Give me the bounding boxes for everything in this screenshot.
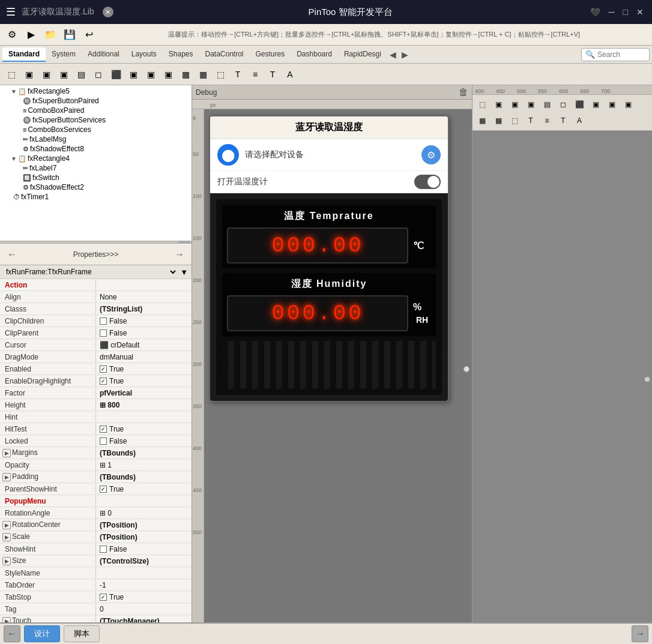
right-tb-2[interactable]: ▣	[491, 97, 506, 112]
right-tb-15[interactable]: ≡	[540, 113, 554, 128]
tree-item-fxtimer1[interactable]: ⏱ fxTimer1	[0, 192, 192, 202]
prop-value[interactable]: True	[96, 424, 192, 435]
open-button[interactable]: 📁	[42, 26, 59, 43]
canvas-area[interactable]: 9 50 100 150 200 250 300 350 400 450 500…	[192, 109, 472, 622]
right-tb-9[interactable]: ▣	[605, 97, 619, 112]
expand-icon[interactable]: ▶	[2, 557, 11, 565]
right-tb-10[interactable]: ▣	[621, 97, 635, 112]
expand-icon[interactable]: ▶	[2, 473, 11, 481]
component-selector[interactable]: fxRunFrame:TfxRunFrame	[4, 267, 178, 277]
prop-value[interactable]: False	[96, 544, 192, 555]
right-tb-4[interactable]: ▣	[524, 97, 538, 112]
tab-layouts[interactable]: Layouts	[125, 47, 163, 62]
icon-tb-10[interactable]: ▣	[160, 67, 176, 82]
expand-icon[interactable]: ▶	[2, 449, 11, 457]
tab-additional[interactable]: Additional	[82, 47, 125, 62]
icon-tb-16[interactable]: T	[265, 67, 280, 82]
tree-item-fxshadoweffect8[interactable]: ⚙ fxShadowEffect8	[0, 144, 192, 154]
right-tb-11[interactable]: ▦	[475, 113, 489, 128]
checkbox-icon[interactable]	[100, 330, 107, 337]
nav-right-arrow[interactable]: →	[171, 247, 188, 262]
tab-standard[interactable]: Standard	[2, 47, 46, 62]
icon-tb-12[interactable]: ▦	[195, 67, 211, 82]
tree-toggle[interactable]: ▼	[10, 155, 18, 162]
tab-design[interactable]: 设计	[24, 625, 60, 642]
maximize-button[interactable]: □	[621, 6, 630, 18]
close-lib-button[interactable]: ✕	[103, 7, 113, 17]
checkbox-icon[interactable]	[100, 366, 107, 373]
tree-item-fxshadoweffect2[interactable]: ⚙ fxShadowEffect2	[0, 182, 192, 192]
tab-scroll-left[interactable]: ◀	[387, 46, 399, 63]
checkbox-icon[interactable]	[100, 426, 107, 433]
nav-left-arrow[interactable]: ←	[4, 247, 20, 262]
settings-button[interactable]: ⚙	[4, 26, 20, 43]
tree-item-comboboxpaired[interactable]: ≡ ComboBoxPaired	[0, 106, 192, 115]
minimize-button[interactable]: ─	[606, 6, 617, 18]
icon-tb-7[interactable]: ⬛	[108, 67, 124, 82]
tab-gestures[interactable]: Gestures	[250, 47, 291, 62]
checkbox-icon[interactable]	[100, 594, 107, 601]
tree-item-fxsuperbuttonpaired[interactable]: 🔘 fxSuperButtonPaired	[0, 96, 192, 106]
right-tb-8[interactable]: ▣	[588, 97, 603, 112]
props-dropdown-icon[interactable]: ▼	[180, 268, 188, 277]
icon-tb-8[interactable]: ▣	[125, 67, 141, 82]
prop-value[interactable]: True	[96, 484, 192, 495]
prop-value[interactable]: True	[96, 364, 192, 375]
app-menu-icon[interactable]: ☰	[6, 5, 16, 19]
icon-tb-3[interactable]: ▣	[38, 67, 54, 82]
refresh-button[interactable]: ↩	[80, 26, 97, 43]
tree-item-fxsuperbuttonservices[interactable]: 🔘 fxSuperButtonServices	[0, 115, 192, 125]
prop-value[interactable]: False	[96, 328, 192, 339]
tree-item-fxlabel7[interactable]: ✏ fxLabel7	[0, 163, 192, 173]
save-button[interactable]: 💾	[61, 26, 78, 43]
delete-icon[interactable]: 🗑	[459, 87, 468, 98]
icon-tb-11[interactable]: ▦	[178, 67, 193, 82]
tray-icon[interactable]: 🖤	[588, 6, 603, 18]
icon-tb-5[interactable]: ▤	[73, 67, 89, 82]
checkbox-icon[interactable]	[100, 438, 107, 445]
right-tb-5[interactable]: ▤	[540, 97, 554, 112]
search-box[interactable]: 🔍	[581, 48, 650, 61]
prop-value[interactable]: True	[96, 592, 192, 603]
icon-tb-4[interactable]: ▣	[56, 67, 71, 82]
scroll-handle[interactable]	[463, 366, 469, 372]
right-tb-14[interactable]: T	[524, 113, 538, 128]
right-tb-16[interactable]: T	[556, 113, 570, 128]
checkbox-icon[interactable]	[100, 546, 107, 553]
expand-icon[interactable]: ▶	[2, 533, 11, 541]
close-window-button[interactable]: ✕	[634, 6, 646, 18]
right-tb-1[interactable]: ⬚	[475, 97, 489, 112]
icon-tb-15[interactable]: ≡	[247, 67, 263, 82]
tab-system[interactable]: System	[46, 47, 82, 62]
checkbox-icon[interactable]	[100, 317, 107, 325]
tree-toggle[interactable]: ▼	[10, 88, 18, 95]
prop-value[interactable]: False	[96, 316, 192, 327]
right-tb-17[interactable]: A	[572, 113, 587, 128]
search-input[interactable]	[597, 50, 645, 59]
right-tb-3[interactable]: ▣	[507, 97, 522, 112]
icon-tb-17[interactable]: A	[282, 67, 298, 82]
bottom-left-arrow[interactable]: ←	[4, 625, 20, 642]
tab-scroll-right[interactable]: ▶	[399, 46, 411, 63]
right-tb-12[interactable]: ▦	[491, 113, 506, 128]
tree-item-fxswitch[interactable]: 🔲 fxSwitch	[0, 173, 192, 182]
tab-script[interactable]: 脚本	[64, 625, 100, 642]
expand-icon[interactable]: ▶	[2, 521, 11, 529]
icon-tb-14[interactable]: T	[230, 67, 246, 82]
icon-tb-13[interactable]: ⬚	[213, 67, 228, 82]
bt-settings-icon[interactable]: ⚙	[421, 145, 441, 164]
tab-dashboard[interactable]: Dashboard	[291, 47, 338, 62]
right-tb-13[interactable]: ⬚	[507, 113, 522, 128]
prop-value[interactable]: True	[96, 376, 192, 387]
icon-tb-1[interactable]: ⬚	[4, 67, 19, 82]
run-button[interactable]: ▶	[23, 26, 40, 43]
checkbox-icon[interactable]	[100, 378, 107, 385]
icon-tb-9[interactable]: ▣	[143, 67, 158, 82]
icon-tb-6[interactable]: ◻	[91, 67, 106, 82]
tree-item-fxrectangle4[interactable]: ▼ 📋 fxRectangle4	[0, 154, 192, 163]
right-tb-7[interactable]: ⬛	[572, 97, 587, 112]
checkbox-icon[interactable]	[100, 486, 107, 493]
bottom-right-arrow[interactable]: →	[632, 625, 648, 642]
right-tb-6[interactable]: ◻	[556, 97, 570, 112]
prop-value[interactable]: False	[96, 436, 192, 447]
